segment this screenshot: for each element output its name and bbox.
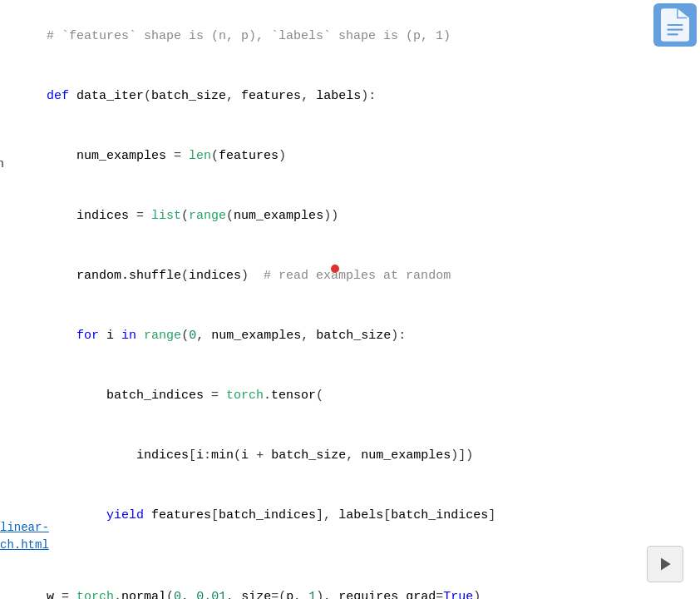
- svg-marker-0: [661, 558, 671, 571]
- empty-line-1: [17, 546, 687, 567]
- left-partial-char: n: [0, 155, 4, 175]
- code-line-6: for i in range(0, num_examples, batch_si…: [17, 306, 687, 366]
- code-container: # `features` shape is (n, p), `labels` s…: [0, 0, 700, 599]
- play-button[interactable]: [647, 546, 683, 582]
- code-line-11: w = torch.normal(0, 0.01, size=(p, 1), r…: [17, 567, 687, 599]
- code-line-8: indices[i:min(i + batch_size, num_exampl…: [17, 426, 687, 486]
- bottom-left-link[interactable]: linear- ch.html: [0, 519, 49, 554]
- code-line-3: num_examples = len(features): [17, 126, 687, 186]
- code-line-9: yield features[batch_indices], labels[ba…: [17, 486, 687, 546]
- cursor-dot: [331, 265, 339, 273]
- code-line-7: batch_indices = torch.tensor(: [17, 366, 687, 426]
- code-line-4: indices = list(range(num_examples)): [17, 186, 687, 246]
- code-line-2: def data_iter(batch_size, features, labe…: [17, 67, 687, 126]
- link-text2: ch.html: [0, 537, 49, 554]
- link-text1: linear-: [0, 519, 49, 537]
- code-line-1: # `features` shape is (n, p), `labels` s…: [17, 7, 687, 67]
- code-line-5: random.shuffle(indices) # read examples …: [17, 246, 687, 306]
